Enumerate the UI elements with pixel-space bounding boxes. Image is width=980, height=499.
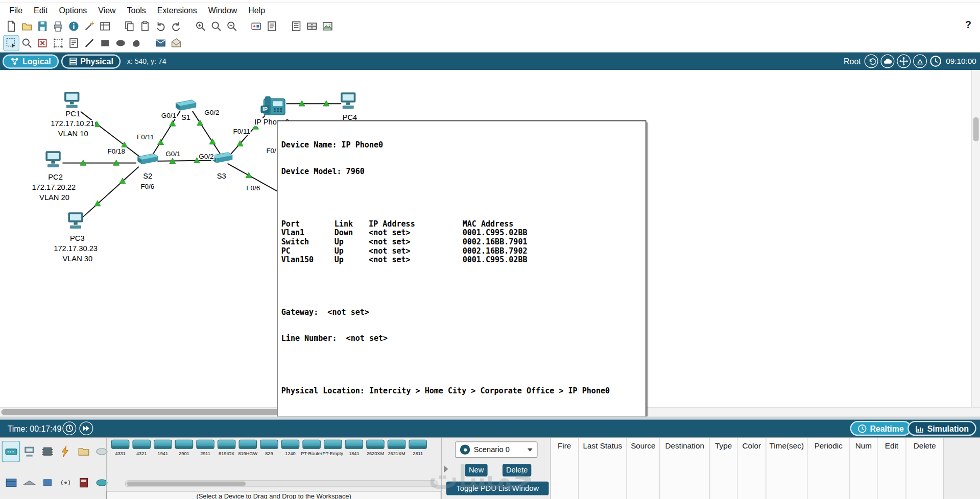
picture-button[interactable] [320, 18, 335, 33]
scenario-dropdown[interactable]: Scenario 0 [455, 441, 538, 458]
scenario-new-button[interactable]: New [465, 464, 488, 476]
undo-button[interactable] [153, 18, 168, 33]
menu-view[interactable]: View [92, 4, 121, 17]
device-model[interactable]: 4321 [131, 440, 152, 457]
inspect-tool-button[interactable] [19, 36, 34, 51]
subcategory-routers[interactable] [3, 472, 19, 492]
drawing-palette-button[interactable] [249, 18, 264, 33]
device-model[interactable]: 819IOX [216, 440, 236, 457]
environment-button[interactable] [881, 54, 895, 68]
tab-logical[interactable]: Logical [3, 54, 59, 68]
device-s1[interactable] [174, 98, 198, 112]
select-tool-button[interactable] [4, 36, 18, 51]
view-template-button[interactable] [98, 18, 112, 33]
canvas-vertical-scrollbar[interactable] [971, 70, 980, 407]
panel-collapse-arrow[interactable] [444, 465, 448, 473]
open-folder-button[interactable] [19, 18, 34, 33]
device-model[interactable]: 2911 [195, 440, 216, 457]
zoom-out-button[interactable] [224, 18, 239, 33]
place-note-tool-button[interactable] [66, 36, 81, 51]
subcategory-switches[interactable] [20, 472, 37, 492]
device-pc1[interactable] [62, 90, 81, 110]
subcategory-security[interactable] [75, 472, 92, 492]
device-pc2[interactable] [44, 150, 63, 170]
draw-line-tool-icon [83, 37, 95, 49]
menu-help[interactable]: Help [243, 4, 271, 17]
subcategory-wireless-devices[interactable] [57, 472, 74, 492]
simulation-mode-button[interactable]: Simulation [907, 421, 976, 436]
device-model[interactable]: 2620XM [365, 440, 386, 457]
tab-physical[interactable]: Physical [61, 54, 121, 68]
delete-tool-icon [36, 37, 49, 49]
device-pc3[interactable] [66, 211, 85, 231]
fast-forward-button[interactable] [79, 421, 93, 435]
category-connections[interactable] [57, 441, 74, 461]
draw-ellipse-tool-button[interactable] [113, 36, 128, 51]
scenario-delete-button[interactable]: Delete [503, 464, 531, 476]
power-cycle-button[interactable] [62, 421, 76, 435]
device-model[interactable]: 4331 [110, 440, 130, 457]
device-model[interactable]: 819HGW [237, 440, 258, 457]
viewport-button[interactable] [914, 54, 927, 68]
back-button[interactable] [865, 54, 878, 68]
device-template-manager-button[interactable] [304, 18, 319, 33]
category-network-devices[interactable] [3, 441, 19, 461]
resize-shape-tool-button[interactable] [51, 36, 65, 51]
device-model[interactable]: PT-Empty [323, 440, 343, 457]
root-label[interactable]: Root [844, 57, 861, 66]
device-model[interactable]: 2811 [408, 440, 428, 457]
realtime-clock-icon [857, 423, 867, 433]
activity-wizard-button[interactable] [82, 18, 97, 33]
device-pc4[interactable] [339, 91, 357, 111]
custom-device-dialog-button[interactable] [265, 18, 279, 33]
tooltip-port-table: PortLinkIP AddressMAC Address Vlan1Down<… [281, 220, 528, 264]
scrollbar-thumb[interactable] [127, 482, 246, 486]
workspace-canvas[interactable]: IP PC1 172.17.10.21 VLAN 10 PC2 172.17.2… [0, 70, 980, 416]
menu-extensions[interactable]: Extensions [152, 4, 203, 17]
device-model[interactable]: 829 [259, 440, 279, 457]
add-simple-pdu-button[interactable] [153, 36, 168, 51]
copy-button[interactable] [122, 18, 137, 33]
info-button[interactable] [66, 18, 81, 33]
menu-file[interactable]: File [4, 4, 28, 17]
device-model[interactable]: PT-Router [301, 440, 322, 457]
help-button[interactable]: ? [965, 19, 971, 31]
device-model[interactable]: 1941 [153, 440, 173, 457]
zoom-in-button[interactable] [193, 18, 208, 33]
workspace-clock-time: 09:10:00 [946, 57, 976, 65]
pan-button[interactable] [897, 54, 911, 68]
notes-button[interactable] [289, 18, 303, 33]
draw-rectangle-tool-button[interactable] [98, 36, 112, 51]
save-button[interactable] [35, 18, 50, 33]
subcategory-hubs[interactable] [39, 472, 56, 492]
paste-button[interactable] [137, 18, 152, 33]
menu-window[interactable]: Window [203, 4, 243, 17]
draw-line-tool-button[interactable] [82, 36, 97, 51]
device-s2[interactable] [136, 153, 160, 166]
device-model[interactable]: 2901 [174, 440, 194, 457]
menu-options[interactable]: Options [53, 4, 92, 17]
device-model[interactable]: 2621XM [386, 440, 407, 457]
model-list-scrollbar[interactable] [125, 480, 438, 487]
category-components[interactable] [39, 441, 56, 461]
add-simple-pdu-icon [154, 37, 166, 49]
subcategory-wan-emulation[interactable] [93, 472, 110, 492]
draw-freeform-tool-button[interactable] [129, 36, 144, 51]
category-miscellaneous[interactable] [75, 441, 92, 461]
print-button[interactable] [51, 18, 65, 33]
scrollbar-thumb[interactable] [973, 117, 979, 141]
zoom-reset-button[interactable] [209, 18, 224, 33]
add-complex-pdu-button[interactable] [169, 36, 183, 51]
menu-edit[interactable]: Edit [28, 4, 53, 17]
device-model[interactable]: 1841 [344, 440, 364, 457]
toggle-pdu-list-button[interactable]: Toggle PDU List Window [446, 482, 549, 495]
realtime-mode-button[interactable]: Realtime [850, 421, 911, 436]
delete-tool-button[interactable] [35, 36, 50, 51]
category-end-devices[interactable] [20, 441, 37, 461]
new-file-button[interactable] [4, 18, 18, 33]
redo-button[interactable] [169, 18, 183, 33]
menu-tools[interactable]: Tools [122, 4, 152, 17]
device-model[interactable]: 1240 [280, 440, 300, 457]
category-multiuser[interactable] [93, 441, 110, 461]
resize-shape-tool-icon [52, 37, 64, 49]
